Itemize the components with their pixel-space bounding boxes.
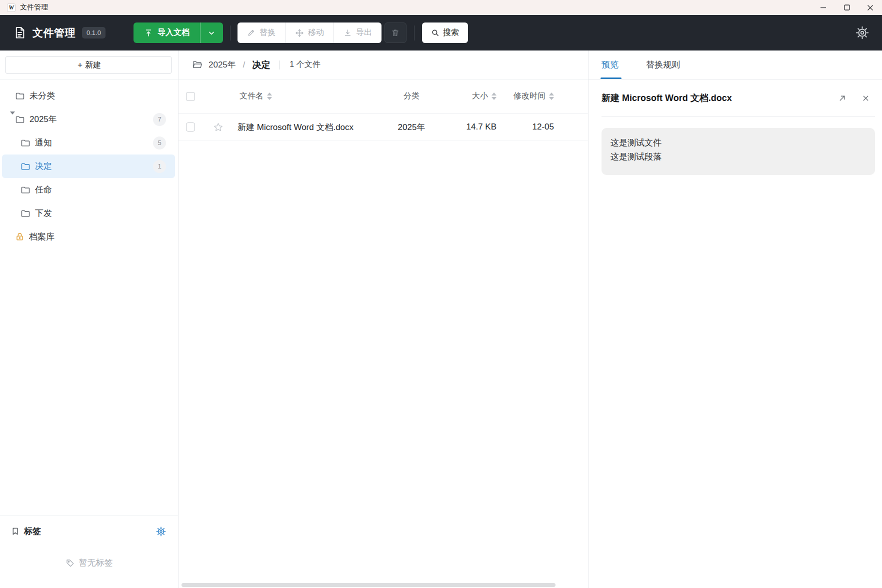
breadcrumb: 2025年 / 决定 1 个文件 — [178, 50, 588, 80]
sidebar-item-dispatch[interactable]: 下发 — [2, 202, 175, 225]
sidebar-item-appointment[interactable]: 任命 — [2, 178, 175, 202]
sidebar-item-uncategorized[interactable]: 未分类 — [2, 84, 175, 108]
select-all-checkbox[interactable] — [186, 92, 195, 101]
minimize-button[interactable] — [812, 0, 835, 15]
sort-arrows[interactable] — [267, 92, 272, 100]
document-preview-content: 这是测试文件 这是测试段落 — [602, 128, 875, 175]
download-icon — [344, 28, 352, 37]
preview-file-title: 新建 Microsoft Word 文档.docx — [602, 92, 838, 104]
preview-line: 这是测试文件 — [610, 136, 866, 150]
toolbar-divider — [414, 26, 414, 40]
toolbar-divider — [230, 26, 230, 40]
tree-item-label: 下发 — [35, 208, 52, 219]
preview-panel: 预览 替换规则 新建 Microsoft Word 文档.docx 这是测试文件 — [588, 50, 882, 588]
file-size: 14.7 KB — [442, 122, 496, 132]
star-icon[interactable] — [213, 122, 224, 132]
move-button[interactable]: 移动 — [286, 22, 334, 43]
export-button[interactable]: 导出 — [334, 22, 382, 43]
folder-icon — [20, 208, 30, 218]
tags-settings-button[interactable] — [156, 526, 166, 536]
table-row[interactable]: 新建 Microsoft Word 文档.docx 2025年 14.7 KB … — [178, 114, 588, 141]
open-external-button[interactable] — [838, 94, 846, 102]
sort-arrows[interactable] — [492, 92, 496, 100]
column-header-category: 分类 — [382, 91, 442, 102]
file-name[interactable]: 新建 Microsoft Word 文档.docx — [238, 122, 382, 133]
lock-icon — [15, 232, 24, 242]
row-checkbox[interactable] — [186, 122, 195, 132]
app-logo-icon — [13, 26, 26, 40]
export-label: 导出 — [356, 28, 372, 38]
app-name: 文件管理 — [32, 26, 76, 40]
sort-arrows[interactable] — [549, 92, 554, 100]
column-header-name: 文件名 — [240, 91, 264, 102]
empty-tags-label: 暂无标签 — [79, 557, 113, 568]
plus-icon: ＋ — [76, 60, 84, 70]
folder-icon — [20, 162, 30, 172]
table-header: 文件名 分类 大小 修改时间 — [178, 80, 588, 114]
folder-open-icon — [192, 60, 202, 70]
window-titlebar: W 文件管理 — [0, 0, 882, 15]
file-modified: 12-05 — [496, 122, 554, 132]
sidebar-item-2025[interactable]: 2025年 7 — [2, 108, 175, 131]
sidebar: ＋ 新建 未分类 2025年 7 — [0, 50, 178, 588]
new-folder-button[interactable]: ＋ 新建 — [5, 56, 172, 74]
breadcrumb-separator: / — [243, 60, 245, 70]
bookmark-icon — [11, 527, 20, 536]
chevron-down-icon — [208, 29, 216, 37]
count-badge: 1 — [153, 160, 166, 173]
tree-item-label: 决定 — [35, 160, 52, 172]
import-document-button[interactable]: 导入文档 — [134, 22, 200, 43]
column-header-modified: 修改时间 — [514, 91, 546, 102]
close-button[interactable] — [858, 0, 882, 15]
breadcrumb-current: 决定 — [252, 59, 270, 71]
sidebar-item-decision[interactable]: 决定 1 — [2, 154, 175, 178]
column-header-size: 大小 — [472, 91, 488, 102]
gear-icon — [856, 26, 869, 40]
folder-icon — [20, 138, 30, 148]
file-list-area: 2025年 / 决定 1 个文件 文件名 分类 大小 修改时间 — [178, 50, 588, 588]
search-label: 搜索 — [443, 28, 459, 38]
folder-icon — [15, 91, 25, 101]
delete-button[interactable] — [384, 22, 406, 43]
replace-label: 替换 — [260, 28, 276, 38]
app-toolbar: 文件管理 0.1.0 导入文档 替换 — [0, 15, 882, 50]
sidebar-item-archive[interactable]: 档案库 — [2, 225, 175, 248]
maximize-button[interactable] — [835, 0, 858, 15]
window-app-icon: W — [7, 4, 16, 12]
preview-title-row: 新建 Microsoft Word 文档.docx — [602, 80, 875, 117]
tree-item-label: 未分类 — [30, 90, 55, 102]
folder-icon — [15, 114, 25, 124]
count-badge: 5 — [153, 136, 166, 150]
tab-replace-rules[interactable]: 替换规则 — [646, 59, 680, 79]
tree-item-label: 通知 — [35, 137, 52, 148]
caret-down-icon[interactable] — [10, 112, 15, 124]
preview-line: 这是测试段落 — [610, 150, 866, 164]
folder-icon — [20, 185, 30, 195]
breadcrumb-parent[interactable]: 2025年 — [208, 59, 236, 70]
tree-item-label: 任命 — [35, 184, 52, 196]
breadcrumb-divider — [280, 60, 280, 70]
count-badge: 7 — [153, 113, 166, 126]
tag-icon — [66, 558, 74, 568]
window-title: 文件管理 — [20, 3, 48, 12]
folder-tree: 未分类 2025年 7 通知 5 决定 — [0, 80, 178, 248]
file-category: 2025年 — [382, 122, 442, 133]
replace-button[interactable]: 替换 — [238, 22, 286, 43]
close-preview-button[interactable] — [862, 94, 870, 102]
search-button[interactable]: 搜索 — [422, 22, 468, 43]
tab-preview[interactable]: 预览 — [602, 59, 618, 79]
move-label: 移动 — [308, 28, 324, 38]
new-label: 新建 — [85, 60, 101, 70]
sidebar-item-notice[interactable]: 通知 5 — [2, 131, 175, 154]
import-dropdown-button[interactable] — [200, 22, 223, 43]
upload-icon — [144, 28, 153, 38]
file-actions-group: 替换 移动 导出 — [238, 22, 382, 43]
horizontal-scrollbar-thumb[interactable] — [182, 583, 556, 587]
file-count: 1 个文件 — [290, 60, 320, 70]
import-document-label: 导入文档 — [158, 28, 190, 38]
tags-section: 标签 暂无标签 — [0, 515, 178, 588]
import-split-button: 导入文档 — [134, 22, 223, 43]
settings-button[interactable] — [856, 26, 869, 40]
empty-tags-message: 暂无标签 — [0, 557, 178, 568]
pencil-icon — [247, 28, 256, 37]
